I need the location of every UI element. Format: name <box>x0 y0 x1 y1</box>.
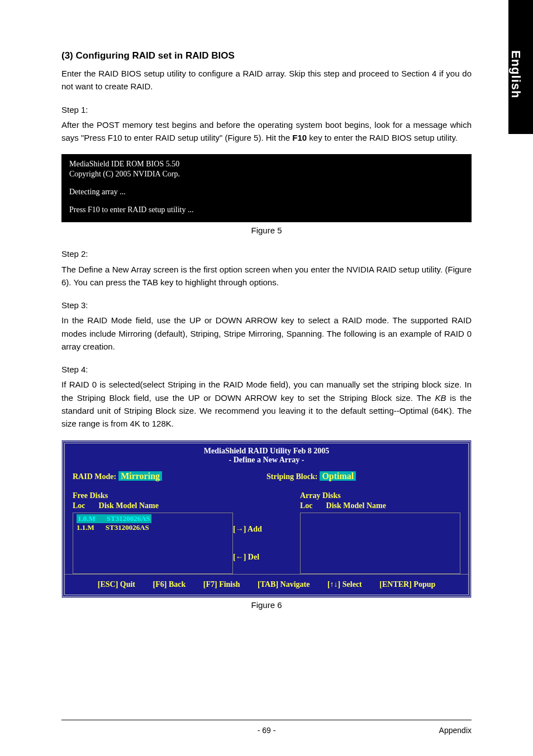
disk-row[interactable]: 1.1.M ST3120026AS <box>77 523 229 532</box>
intro-paragraph: Enter the RAID BIOS setup utility to con… <box>61 67 472 93</box>
striping-block-value[interactable]: Optimal <box>320 471 356 481</box>
bb-line2: Copyright (C) 2005 NVIDIA Corp. <box>69 170 464 179</box>
step2-body: The Define a New Array screen is the fir… <box>61 263 472 289</box>
raid-mode-label: RAID Mode: <box>73 472 116 481</box>
array-loc-header: Loc <box>300 501 313 510</box>
striping-block-label: Striping Block: <box>266 472 317 481</box>
bb-line1: MediaShield IDE ROM BIOS 5.50 <box>69 160 464 169</box>
footer-left <box>61 726 129 735</box>
array-disks-header: Array Disks <box>300 491 460 500</box>
step3-body: In the RAID Mode field, use the UP or DO… <box>61 314 472 353</box>
add-action[interactable]: [→] Add <box>233 525 262 534</box>
free-disks-header: Free Disks <box>73 491 233 500</box>
array-disks-list[interactable] <box>300 513 460 574</box>
step3-label: Step 3: <box>61 299 472 312</box>
step1-label: Step 1: <box>61 103 472 116</box>
bios-footer: [ESC] Quit [F6] Back [F7] Finish [TAB] N… <box>65 574 468 595</box>
bios-screen: MediaShield RAID Utility Feb 8 2005 - De… <box>61 440 472 598</box>
bb-line4: Press F10 to enter RAID setup utility ..… <box>69 205 464 214</box>
free-loc-header: Loc <box>73 501 85 510</box>
language-tab-text: English <box>508 0 527 98</box>
esc-quit[interactable]: [ESC] Quit <box>98 580 135 588</box>
bios-title1: MediaShield RAID Utility Feb 8 2005 <box>65 447 468 456</box>
free-disks-list[interactable]: 1.0.M ST3120026AS 1.1.M ST3120026AS <box>73 513 233 574</box>
kb-italic: KB <box>435 393 446 403</box>
f6-back[interactable]: [F6] Back <box>153 580 186 588</box>
tab-navigate[interactable]: [TAB] Navigate <box>258 580 310 588</box>
section-heading: (3) Configuring RAID set in RAID BIOS <box>61 50 472 61</box>
array-model-header: Disk Model Name <box>326 501 386 510</box>
step4-body: If RAID 0 is selected(select Striping in… <box>61 378 472 430</box>
f10-key: F10 <box>292 133 307 142</box>
figure5-caption: Figure 5 <box>61 226 472 235</box>
step4-label: Step 4: <box>61 363 472 376</box>
disk-row-selected[interactable]: 1.0.M ST3120026AS <box>77 514 151 523</box>
footer-rule <box>61 720 472 720</box>
post-message-box: MediaShield IDE ROM BIOS 5.50 Copyright … <box>61 154 472 222</box>
bios-title2: - Define a New Array - <box>65 456 468 465</box>
raid-mode-value[interactable]: Mirroring <box>118 471 162 481</box>
f7-finish[interactable]: [F7] Finish <box>203 580 240 588</box>
arrow-select[interactable]: [↑↓] Select <box>327 580 362 588</box>
bb-line3: Detecting array ... <box>69 188 464 197</box>
step2-label: Step 2: <box>61 247 472 260</box>
free-model-header: Disk Model Name <box>99 501 159 510</box>
footer-right: Appendix <box>404 726 472 735</box>
page-number: - 69 - <box>129 726 404 735</box>
figure6-caption: Figure 6 <box>61 600 472 610</box>
enter-popup[interactable]: [ENTER] Popup <box>379 580 435 588</box>
del-action[interactable]: [←] Del <box>233 553 259 562</box>
language-tab: English <box>508 0 533 134</box>
step1-body: After the POST memory test begins and be… <box>61 118 472 145</box>
